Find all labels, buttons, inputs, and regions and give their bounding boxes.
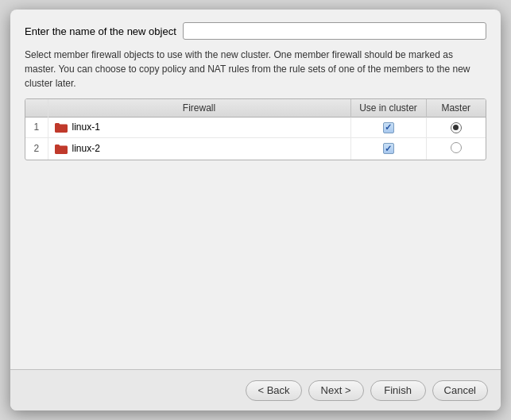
name-input[interactable]: [183, 22, 486, 40]
col-num: [25, 99, 48, 118]
folder-icon-2: [55, 144, 68, 154]
cancel-button[interactable]: Cancel: [432, 380, 488, 401]
back-button[interactable]: < Back: [246, 380, 301, 401]
name-row: Enter the name of the new object: [25, 22, 486, 40]
finish-button[interactable]: Finish: [370, 380, 426, 401]
master-cell-2[interactable]: [426, 137, 486, 160]
use-cell-1[interactable]: [350, 118, 426, 138]
firewall-label-1: linux-1: [72, 121, 100, 133]
row-num-1: 1: [25, 118, 48, 138]
dialog-content: Enter the name of the new object Select …: [10, 10, 501, 369]
table-row: 1 linux-1: [25, 118, 486, 138]
row-num-2: 2: [25, 137, 48, 160]
master-cell-1[interactable]: [426, 118, 486, 138]
description-text: Select member firewall objects to use wi…: [25, 48, 486, 91]
col-master: Master: [426, 99, 486, 118]
table-row: 2 linux-2: [25, 137, 486, 160]
use-checkbox-1[interactable]: [383, 122, 394, 133]
master-radio-2[interactable]: [451, 142, 462, 153]
dialog: Enter the name of the new object Select …: [10, 10, 501, 410]
firewall-name-1: linux-1: [48, 118, 350, 138]
master-radio-1[interactable]: [451, 122, 462, 133]
col-firewall: Firewall: [48, 99, 350, 118]
use-cell-2[interactable]: [350, 137, 426, 160]
use-checkbox-2[interactable]: [383, 143, 394, 154]
name-label: Enter the name of the new object: [25, 25, 176, 37]
col-use: Use in cluster: [350, 99, 426, 118]
spacer: [25, 168, 486, 360]
dialog-footer: < Back Next > Finish Cancel: [10, 369, 501, 410]
folder-icon-1: [55, 122, 68, 133]
firewall-table: Firewall Use in cluster Master 1: [25, 99, 486, 160]
firewall-label-2: linux-2: [72, 143, 100, 154]
firewall-name-2: linux-2: [48, 137, 350, 160]
firewall-table-container: Firewall Use in cluster Master 1: [25, 98, 486, 160]
next-button[interactable]: Next >: [308, 380, 364, 401]
